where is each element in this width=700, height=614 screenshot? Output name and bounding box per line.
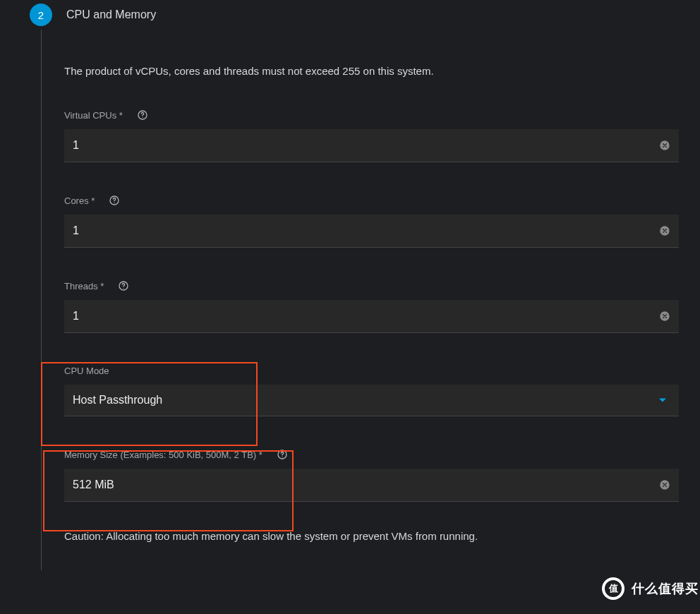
step-title: CPU and Memory bbox=[66, 8, 156, 21]
cores-label: Cores * bbox=[64, 195, 95, 206]
cpu-mode-value: Host Passthrough bbox=[73, 394, 162, 406]
vcpus-label: Virtual CPUs * bbox=[64, 110, 123, 121]
help-icon[interactable] bbox=[118, 280, 129, 291]
memory-input-wrap bbox=[64, 469, 679, 502]
threads-input[interactable] bbox=[64, 300, 679, 332]
step-header: 2 CPU and Memory bbox=[0, 0, 700, 30]
watermark-badge: 值 bbox=[602, 577, 624, 600]
step-body: The product of vCPUs, cores and threads … bbox=[41, 30, 700, 570]
field-cores: Cores * bbox=[64, 195, 679, 248]
field-memory: Memory Size (Examples: 500 KiB, 500M, 2 … bbox=[64, 449, 679, 502]
cpu-mode-select[interactable]: Host Passthrough bbox=[64, 385, 679, 416]
help-icon[interactable] bbox=[277, 449, 288, 460]
memory-input[interactable] bbox=[64, 469, 679, 501]
svg-point-7 bbox=[123, 288, 124, 289]
clear-icon[interactable] bbox=[659, 225, 670, 236]
memory-label: Memory Size (Examples: 500 KiB, 500M, 2 … bbox=[64, 450, 262, 460]
threads-label: Threads * bbox=[64, 281, 104, 291]
help-icon[interactable] bbox=[137, 109, 148, 121]
vcpus-input-wrap bbox=[64, 129, 679, 162]
field-vcpus: Virtual CPUs * bbox=[64, 109, 679, 162]
cores-input-wrap bbox=[64, 215, 679, 248]
watermark-text: 什么值得买 bbox=[632, 580, 699, 597]
clear-icon[interactable] bbox=[659, 311, 670, 322]
svg-point-4 bbox=[114, 203, 115, 203]
cores-input[interactable] bbox=[64, 215, 679, 247]
chevron-down-icon bbox=[659, 399, 666, 402]
svg-point-1 bbox=[142, 117, 143, 118]
threads-input-wrap bbox=[64, 300, 679, 333]
clear-icon[interactable] bbox=[659, 479, 670, 490]
field-cpu-mode: CPU Mode Host Passthrough bbox=[64, 366, 679, 416]
svg-point-10 bbox=[282, 457, 282, 457]
info-text: The product of vCPUs, cores and threads … bbox=[64, 65, 679, 77]
caution-text: Caution: Allocating too much memory can … bbox=[64, 530, 679, 542]
watermark: 值 什么值得买 bbox=[602, 577, 699, 600]
vcpus-input[interactable] bbox=[64, 129, 679, 162]
clear-icon[interactable] bbox=[659, 140, 670, 151]
cpu-mode-label: CPU Mode bbox=[64, 366, 109, 376]
help-icon[interactable] bbox=[109, 195, 120, 206]
watermark-badge-inner: 值 bbox=[605, 580, 622, 597]
field-threads: Threads * bbox=[64, 280, 679, 333]
step-number-badge: 2 bbox=[30, 4, 52, 26]
